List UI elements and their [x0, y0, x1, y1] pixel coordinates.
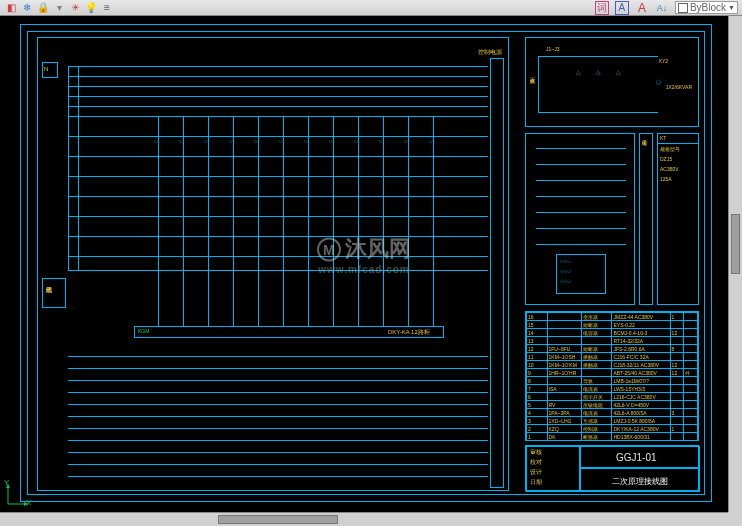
- d1-j-label: J1~J3: [546, 46, 559, 52]
- tb-design: 设计: [530, 468, 542, 477]
- table-row: 14电容器BCMJ-0.4-16-312: [527, 329, 698, 337]
- detail2-terminal-strip: 端子排: [639, 133, 653, 305]
- layer-dropdown-icon[interactable]: ▾: [52, 1, 66, 15]
- tb-check: 校对: [530, 458, 542, 467]
- text-big-a-icon[interactable]: A: [635, 1, 649, 15]
- detail2-mini-table: KT 规格型号 DZ15 AC380V 125A: [657, 133, 699, 305]
- horizontal-scrollbar[interactable]: [0, 512, 728, 526]
- bus-label: N: [44, 66, 48, 72]
- linetype-icon[interactable]: ≡: [100, 1, 114, 15]
- drawing-frame: KGM DKY-KA 12路柜 N 入线端子 ○ ○ ○ ○ ○: [20, 24, 712, 502]
- table-row: 121FU~8FU熔断器JFS-2.6R0.6A8: [527, 345, 698, 353]
- kgm-label: KGM: [138, 328, 149, 334]
- table-row: 13RT14-32/32A: [527, 337, 698, 345]
- text-small-a-icon[interactable]: A↓: [655, 1, 669, 15]
- sun-icon[interactable]: ☀: [68, 1, 82, 15]
- right-column: J1~J3 一次接线 1X2/6KVAR XY2 △ △ △ ⬠: [525, 37, 699, 491]
- scrollbar-thumb[interactable]: [731, 214, 740, 274]
- toolbar: ◧ ❄ 🔒 ▾ ☀ 💡 ≡ 词 A A A↓ ByBlock ▼: [0, 0, 742, 16]
- table-row: 8导轨LMB-1e1M/07/?: [527, 377, 698, 385]
- table-row: 6指示开关L216-CJC AC380V: [527, 393, 698, 401]
- bulb-icon[interactable]: 💡: [84, 1, 98, 15]
- table-row: 5RV压敏电阻42L6-V D=450V: [527, 401, 698, 409]
- panel-label: DKY-KA 12路柜: [388, 328, 430, 337]
- vertical-scrollbar[interactable]: [728, 16, 742, 512]
- detail-block-2: ○○○ ○○○ ○○○ 端子排 KT 规格型号 DZ15 AC380V 125A: [525, 133, 699, 305]
- bom-table: 16变压器JMZZ-44 AC380V115熔断器EYS-0.2214电容器BC…: [525, 311, 699, 441]
- drawing-number: GGJ1-01: [616, 452, 657, 463]
- tb-audit: 审核: [530, 448, 542, 457]
- bylayer-label: ByBlock: [690, 2, 726, 13]
- table-row: 111KM~1OSH接触器CJ16-FC/C 32A: [527, 353, 698, 361]
- d1-xy-label: XY2: [659, 58, 668, 64]
- drawing-title: 二次原理接线图: [612, 476, 668, 487]
- d1-kvar-label: 1X2/6KVAR: [666, 84, 692, 90]
- scrollbar-corner: [728, 512, 742, 526]
- color-byblock-dropdown[interactable]: ByBlock ▼: [675, 1, 738, 14]
- cad-canvas[interactable]: KGM DKY-KA 12路柜 N 入线端子 ○ ○ ○ ○ ○: [0, 16, 728, 512]
- freeze-icon[interactable]: ❄: [20, 1, 34, 15]
- table-row: 1DK断路器HD13BX-600/31: [527, 433, 698, 441]
- bus-top-label: 控制电源: [478, 48, 502, 57]
- ucs-x: X: [26, 498, 31, 507]
- detail-block-1: J1~J3 一次接线 1X2/6KVAR XY2 △ △ △ ⬠: [525, 37, 699, 127]
- ucs-icon: X Y: [4, 480, 32, 508]
- table-row: 41PA~3PA电流表42L6-A 800/5A3: [527, 409, 698, 417]
- text-style-a-icon[interactable]: A: [615, 1, 629, 15]
- table-row: 7ISA电流表LWS-15YH3/3: [527, 385, 698, 393]
- table-row: 31XD~LHG互感器LMZJ-0.5K 800/5A: [527, 417, 698, 425]
- table-row: 15熔断器EYS-0.22: [527, 321, 698, 329]
- bom-table-grid: 16变压器JMZZ-44 AC380V115熔断器EYS-0.2214电容器BC…: [526, 312, 698, 441]
- schematic-block: KGM DKY-KA 12路柜 N 入线端子 ○ ○ ○ ○ ○: [37, 37, 509, 491]
- ucs-y: Y: [4, 478, 9, 487]
- table-row: 91HR~1O'HRABT-25/40 AC380V12外: [527, 369, 698, 377]
- table-row: 16变压器JMZZ-44 AC380V1: [527, 313, 698, 321]
- layer-icon[interactable]: ◧: [4, 1, 18, 15]
- kt-label: KT: [660, 135, 666, 141]
- table-row: 101KM~1O'KM接触器CJ18-32/11 AC380V12: [527, 361, 698, 369]
- detail2-left: ○○○ ○○○ ○○○: [525, 133, 635, 305]
- table-row: 2KZQ控制器DKY/KA-12 AC380V1: [527, 425, 698, 433]
- lock-icon[interactable]: 🔒: [36, 1, 50, 15]
- tb-date: 日期: [530, 478, 542, 487]
- scrollbar-thumb[interactable]: [218, 515, 338, 524]
- chevron-down-icon: ▼: [728, 4, 735, 11]
- title-block: 审核 校对 设计 日期 GGJ1-01 二次原理接线图: [525, 445, 699, 491]
- word-icon[interactable]: 词: [595, 1, 609, 15]
